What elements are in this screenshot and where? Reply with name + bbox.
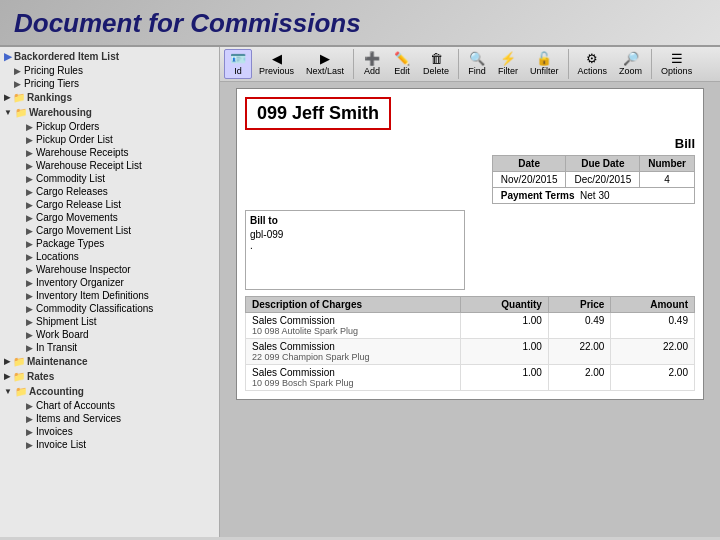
sidebar-item-cargo-releases[interactable]: ▶ Cargo Releases <box>0 185 219 198</box>
toolbar-zoom-label: Zoom <box>619 66 642 76</box>
sidebar-section-rankings[interactable]: ▶ 📁 Rankings <box>0 90 219 105</box>
sidebar-label: Warehousing <box>29 107 92 118</box>
sidebar-item-commodity-classifications[interactable]: ▶ Commodity Classifications <box>0 302 219 315</box>
sidebar-label: Work Board <box>36 329 89 340</box>
sidebar-item-pricing-tiers[interactable]: ▶ Pricing Tiers <box>0 77 219 90</box>
sidebar-item-pickup-orders[interactable]: ▶ Pickup Orders <box>0 120 219 133</box>
toolbar-edit-button[interactable]: ✏️ Edit <box>388 49 416 79</box>
sidebar-label: Inventory Organizer <box>36 277 124 288</box>
due-date-header: Due Date <box>566 156 640 172</box>
info-grid: Date Due Date Number Nov/20/2015 Dec/20/… <box>245 155 695 204</box>
sidebar-item-locations[interactable]: ▶ Locations <box>0 250 219 263</box>
toolbar-unfilter-button[interactable]: 🔓 Unfilter <box>525 49 564 79</box>
document-panel: 099 Jeff Smith Bill Date Due Date Number <box>236 88 704 400</box>
price-header: Price <box>548 297 611 313</box>
sidebar-item-in-transit[interactable]: ▶ In Transit <box>0 341 219 354</box>
sidebar-label: Locations <box>36 251 79 262</box>
main-layout: ▶ Backordered Item List ▶ Pricing Rules … <box>0 47 720 537</box>
sidebar-item-chart-of-accounts[interactable]: ▶ Chart of Accounts <box>0 399 219 412</box>
toolbar-add-label: Add <box>364 66 380 76</box>
page-icon: ▶ <box>26 401 33 411</box>
folder-icon: 📁 <box>13 92 25 103</box>
page-icon: ▶ <box>14 79 21 89</box>
toolbar-zoom-button[interactable]: 🔎 Zoom <box>614 49 647 79</box>
charges-header: Description of Charges <box>246 297 461 313</box>
sidebar-item-cargo-release-list[interactable]: ▶ Cargo Release List <box>0 198 219 211</box>
toolbar-filter-button[interactable]: ⚡ Filter <box>493 49 523 79</box>
payment-terms-value: Net 30 <box>580 190 609 201</box>
sidebar-section-maintenance[interactable]: ▶ 📁 Maintenance <box>0 354 219 369</box>
toolbar-next-button[interactable]: ▶ Next/Last <box>301 49 349 79</box>
sidebar-section-accounting[interactable]: ▼ 📁 Accounting <box>0 384 219 399</box>
previous-icon: ◀ <box>272 52 282 65</box>
sidebar-section-warehousing[interactable]: ▼ 📁 Warehousing <box>0 105 219 120</box>
charge-desc-sub: 10 099 Bosch Spark Plug <box>252 378 454 388</box>
sidebar-item-package-types[interactable]: ▶ Package Types <box>0 237 219 250</box>
sidebar-label: Warehouse Inspector <box>36 264 131 275</box>
sidebar-item-invoices[interactable]: ▶ Invoices <box>0 425 219 438</box>
sidebar-item-items-and-services[interactable]: ▶ Items and Services <box>0 412 219 425</box>
toolbar-id-button[interactable]: 🪪 Id <box>224 49 252 79</box>
edit-icon: ✏️ <box>394 52 410 65</box>
date-header: Date <box>492 156 566 172</box>
charge-desc-main: Sales Commission <box>252 315 454 326</box>
sidebar-item-invoice-list[interactable]: ▶ Invoice List <box>0 438 219 451</box>
expand-icon: ▼ <box>4 108 12 117</box>
sidebar-section-rates[interactable]: ▶ 📁 Rates <box>0 369 219 384</box>
sidebar-label: Invoice List <box>36 439 86 450</box>
sidebar-item-warehouse-inspector[interactable]: ▶ Warehouse Inspector <box>0 263 219 276</box>
sidebar-label: Accounting <box>29 386 84 397</box>
table-row: Sales Commission 10 098 Autolite Spark P… <box>246 313 695 339</box>
toolbar-actions-button[interactable]: ⚙ Actions <box>573 49 613 79</box>
page-icon: ▶ <box>26 200 33 210</box>
sidebar-item-shipment-list[interactable]: ▶ Shipment List <box>0 315 219 328</box>
sidebar-label: Pickup Order List <box>36 134 113 145</box>
sidebar-item-cargo-movements[interactable]: ▶ Cargo Movements <box>0 211 219 224</box>
info-table: Date Due Date Number Nov/20/2015 Dec/20/… <box>492 155 695 204</box>
expand-icon: ▶ <box>4 372 10 381</box>
folder-icon: 📁 <box>13 356 25 367</box>
charge-price: 22.00 <box>548 339 611 365</box>
bill-to-company: gbl-099 <box>250 229 460 240</box>
charge-amount: 22.00 <box>611 339 695 365</box>
sidebar-item-warehouse-receipts[interactable]: ▶ Warehouse Receipts <box>0 146 219 159</box>
sidebar-label: Rates <box>27 371 54 382</box>
sidebar-item-pricing-rules[interactable]: ▶ Pricing Rules <box>0 64 219 77</box>
sidebar-item-warehouse-receipt-list[interactable]: ▶ Warehouse Receipt List <box>0 159 219 172</box>
toolbar-previous-button[interactable]: ◀ Previous <box>254 49 299 79</box>
bill-to-section: Bill to gbl-099 . <box>245 210 695 290</box>
page-icon: ▶ <box>26 427 33 437</box>
charge-desc-main: Sales Commission <box>252 341 454 352</box>
folder-icon: 📁 <box>13 371 25 382</box>
bill-to-box: Bill to gbl-099 . <box>245 210 465 290</box>
toolbar-edit-label: Edit <box>394 66 410 76</box>
page-icon: ▶ <box>14 66 21 76</box>
sidebar-item-inventory-item-defs[interactable]: ▶ Inventory Item Definitions <box>0 289 219 302</box>
sidebar-item-cargo-movement-list[interactable]: ▶ Cargo Movement List <box>0 224 219 237</box>
toolbar-delete-button[interactable]: 🗑 Delete <box>418 49 454 79</box>
toolbar-filter-label: Filter <box>498 66 518 76</box>
bill-to-line2: . <box>250 240 460 251</box>
sidebar-item-pickup-order-list[interactable]: ▶ Pickup Order List <box>0 133 219 146</box>
sidebar-label: Shipment List <box>36 316 97 327</box>
sidebar-label: Pricing Tiers <box>24 78 79 89</box>
toolbar-options-button[interactable]: ☰ Options <box>656 49 697 79</box>
toolbar-add-button[interactable]: ➕ Add <box>358 49 386 79</box>
sidebar[interactable]: ▶ Backordered Item List ▶ Pricing Rules … <box>0 47 220 537</box>
sidebar-label: Inventory Item Definitions <box>36 290 149 301</box>
sidebar-item-work-board[interactable]: ▶ Work Board <box>0 328 219 341</box>
date-value: Nov/20/2015 <box>492 172 566 188</box>
toolbar-find-button[interactable]: 🔍 Find <box>463 49 491 79</box>
charge-desc-sub: 10 098 Autolite Spark Plug <box>252 326 454 336</box>
page-icon: ▶ <box>26 343 33 353</box>
sidebar-item-commodity-list[interactable]: ▶ Commodity List <box>0 172 219 185</box>
sidebar-item-inventory-organizer[interactable]: ▶ Inventory Organizer <box>0 276 219 289</box>
sidebar-label: Maintenance <box>27 356 88 367</box>
sidebar-item-backordered[interactable]: ▶ Backordered Item List <box>0 49 219 64</box>
page-header: Document for Commissions <box>0 0 720 47</box>
expand-icon: ▼ <box>4 387 12 396</box>
filter-icon: ⚡ <box>500 52 516 65</box>
page-icon: ▶ <box>26 148 33 158</box>
sidebar-label: In Transit <box>36 342 77 353</box>
sidebar-label: Package Types <box>36 238 104 249</box>
